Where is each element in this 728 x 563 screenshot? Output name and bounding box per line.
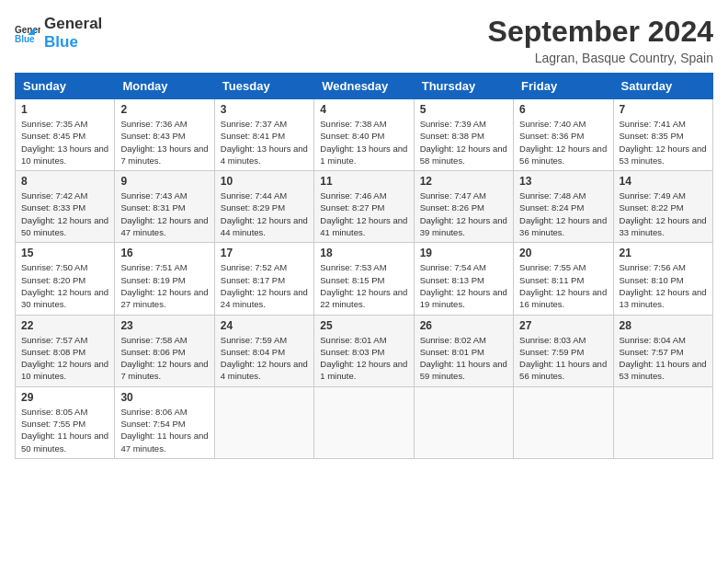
cell-content: Sunrise: 7:36 AMSunset: 8:43 PMDaylight:… xyxy=(120,118,208,167)
calendar-cell: 5Sunrise: 7:39 AMSunset: 8:38 PMDaylight… xyxy=(414,99,513,171)
day-number: 26 xyxy=(420,319,507,332)
day-number: 19 xyxy=(420,247,507,259)
day-number: 24 xyxy=(221,319,308,332)
cell-content: Sunrise: 7:54 AMSunset: 8:13 PMDaylight:… xyxy=(420,261,507,310)
cell-content: Sunrise: 7:55 AMSunset: 8:11 PMDaylight:… xyxy=(519,261,607,310)
calendar-cell: 30Sunrise: 8:06 AMSunset: 7:54 PMDayligh… xyxy=(115,386,214,458)
cell-content: Sunrise: 7:43 AMSunset: 8:31 PMDaylight:… xyxy=(120,190,208,238)
cell-content: Sunrise: 7:44 AMSunset: 8:29 PMDaylight:… xyxy=(221,190,308,238)
calendar-cell: 17Sunrise: 7:52 AMSunset: 8:17 PMDayligh… xyxy=(214,243,313,315)
calendar-cell: 8Sunrise: 7:42 AMSunset: 8:33 PMDaylight… xyxy=(16,171,115,243)
day-number: 18 xyxy=(320,247,407,259)
day-number: 15 xyxy=(21,247,108,259)
calendar-cell: 2Sunrise: 7:36 AMSunset: 8:43 PMDaylight… xyxy=(115,99,214,171)
cell-content: Sunrise: 7:49 AMSunset: 8:22 PMDaylight:… xyxy=(620,190,707,238)
calendar-cell: 18Sunrise: 7:53 AMSunset: 8:15 PMDayligh… xyxy=(314,243,414,315)
cell-content: Sunrise: 7:57 AMSunset: 8:08 PMDaylight:… xyxy=(21,334,108,383)
calendar-cell: 16Sunrise: 7:51 AMSunset: 8:19 PMDayligh… xyxy=(115,243,214,315)
cell-content: Sunrise: 7:39 AMSunset: 8:38 PMDaylight:… xyxy=(420,118,507,167)
day-number: 9 xyxy=(120,175,208,188)
calendar-cell: 4Sunrise: 7:38 AMSunset: 8:40 PMDaylight… xyxy=(314,99,414,171)
calendar-cell xyxy=(414,386,513,458)
week-row-1: 1Sunrise: 7:35 AMSunset: 8:45 PMDaylight… xyxy=(16,99,713,171)
calendar-cell: 20Sunrise: 7:55 AMSunset: 8:11 PMDayligh… xyxy=(514,243,613,315)
calendar-cell xyxy=(214,386,313,458)
week-row-2: 8Sunrise: 7:42 AMSunset: 8:33 PMDaylight… xyxy=(16,171,713,243)
calendar-cell: 23Sunrise: 7:58 AMSunset: 8:06 PMDayligh… xyxy=(115,315,214,386)
cell-content: Sunrise: 7:53 AMSunset: 8:15 PMDaylight:… xyxy=(320,261,407,310)
col-header-wednesday: Wednesday xyxy=(314,74,414,99)
calendar-cell: 9Sunrise: 7:43 AMSunset: 8:31 PMDaylight… xyxy=(115,171,214,243)
logo-line1: General xyxy=(44,15,102,33)
day-number: 10 xyxy=(221,175,308,188)
week-row-3: 15Sunrise: 7:50 AMSunset: 8:20 PMDayligh… xyxy=(16,243,713,315)
calendar-cell: 26Sunrise: 8:02 AMSunset: 8:01 PMDayligh… xyxy=(414,315,513,386)
day-number: 28 xyxy=(620,319,707,332)
header-row: SundayMondayTuesdayWednesdayThursdayFrid… xyxy=(16,74,713,99)
cell-content: Sunrise: 7:46 AMSunset: 8:27 PMDaylight:… xyxy=(320,190,407,238)
calendar-cell: 29Sunrise: 8:05 AMSunset: 7:55 PMDayligh… xyxy=(16,386,115,458)
day-number: 13 xyxy=(519,175,607,188)
day-number: 12 xyxy=(420,175,507,188)
day-number: 14 xyxy=(620,175,707,188)
week-row-5: 29Sunrise: 8:05 AMSunset: 7:55 PMDayligh… xyxy=(16,386,713,458)
cell-content: Sunrise: 7:51 AMSunset: 8:19 PMDaylight:… xyxy=(120,261,208,310)
day-number: 20 xyxy=(519,247,607,259)
cell-content: Sunrise: 7:59 AMSunset: 8:04 PMDaylight:… xyxy=(221,334,308,383)
day-number: 2 xyxy=(120,103,208,116)
calendar-cell: 12Sunrise: 7:47 AMSunset: 8:26 PMDayligh… xyxy=(414,171,513,243)
calendar-cell: 3Sunrise: 7:37 AMSunset: 8:41 PMDaylight… xyxy=(214,99,313,171)
day-number: 4 xyxy=(320,103,407,116)
col-header-monday: Monday xyxy=(115,74,214,99)
cell-content: Sunrise: 8:04 AMSunset: 7:57 PMDaylight:… xyxy=(620,334,707,383)
logo-icon: General Blue xyxy=(15,20,40,46)
cell-content: Sunrise: 7:37 AMSunset: 8:41 PMDaylight:… xyxy=(221,118,308,167)
svg-text:Blue: Blue xyxy=(15,34,35,44)
cell-content: Sunrise: 7:50 AMSunset: 8:20 PMDaylight:… xyxy=(21,261,108,310)
calendar-cell: 13Sunrise: 7:48 AMSunset: 8:24 PMDayligh… xyxy=(514,171,613,243)
col-header-tuesday: Tuesday xyxy=(214,74,313,99)
day-number: 17 xyxy=(221,247,308,259)
day-number: 25 xyxy=(320,319,407,332)
cell-content: Sunrise: 7:56 AMSunset: 8:10 PMDaylight:… xyxy=(620,261,707,310)
calendar-cell xyxy=(613,386,712,458)
cell-content: Sunrise: 7:42 AMSunset: 8:33 PMDaylight:… xyxy=(21,190,108,238)
col-header-thursday: Thursday xyxy=(414,74,513,99)
location-subtitle: Lagran, Basque Country, Spain xyxy=(488,51,713,65)
calendar-cell: 10Sunrise: 7:44 AMSunset: 8:29 PMDayligh… xyxy=(214,171,313,243)
cell-content: Sunrise: 7:40 AMSunset: 8:36 PMDaylight:… xyxy=(519,118,607,167)
day-number: 30 xyxy=(120,391,208,404)
cell-content: Sunrise: 7:48 AMSunset: 8:24 PMDaylight:… xyxy=(519,190,607,238)
cell-content: Sunrise: 7:52 AMSunset: 8:17 PMDaylight:… xyxy=(221,261,308,310)
calendar-cell: 25Sunrise: 8:01 AMSunset: 8:03 PMDayligh… xyxy=(314,315,414,386)
calendar-cell: 11Sunrise: 7:46 AMSunset: 8:27 PMDayligh… xyxy=(314,171,414,243)
day-number: 3 xyxy=(221,103,308,116)
calendar-cell: 15Sunrise: 7:50 AMSunset: 8:20 PMDayligh… xyxy=(16,243,115,315)
day-number: 27 xyxy=(519,319,607,332)
col-header-saturday: Saturday xyxy=(613,74,712,99)
cell-content: Sunrise: 7:38 AMSunset: 8:40 PMDaylight:… xyxy=(320,118,407,167)
day-number: 5 xyxy=(420,103,507,116)
calendar-cell: 6Sunrise: 7:40 AMSunset: 8:36 PMDaylight… xyxy=(514,99,613,171)
cell-content: Sunrise: 7:58 AMSunset: 8:06 PMDaylight:… xyxy=(120,334,208,383)
cell-content: Sunrise: 8:03 AMSunset: 7:59 PMDaylight:… xyxy=(519,334,607,383)
day-number: 29 xyxy=(21,391,108,404)
calendar-cell: 24Sunrise: 7:59 AMSunset: 8:04 PMDayligh… xyxy=(214,315,313,386)
calendar-cell: 1Sunrise: 7:35 AMSunset: 8:45 PMDaylight… xyxy=(16,99,115,171)
day-number: 1 xyxy=(21,103,108,116)
calendar-cell: 27Sunrise: 8:03 AMSunset: 7:59 PMDayligh… xyxy=(514,315,613,386)
title-block: September 2024 Lagran, Basque Country, S… xyxy=(488,15,713,65)
day-number: 6 xyxy=(519,103,607,116)
day-number: 21 xyxy=(620,247,707,259)
calendar-cell: 14Sunrise: 7:49 AMSunset: 8:22 PMDayligh… xyxy=(613,171,712,243)
cell-content: Sunrise: 8:01 AMSunset: 8:03 PMDaylight:… xyxy=(320,334,407,383)
calendar-table: SundayMondayTuesdayWednesdayThursdayFrid… xyxy=(15,73,713,459)
calendar-cell xyxy=(314,386,414,458)
cell-content: Sunrise: 7:41 AMSunset: 8:35 PMDaylight:… xyxy=(620,118,707,167)
calendar-cell: 28Sunrise: 8:04 AMSunset: 7:57 PMDayligh… xyxy=(613,315,712,386)
calendar-cell xyxy=(514,386,613,458)
cell-content: Sunrise: 8:02 AMSunset: 8:01 PMDaylight:… xyxy=(420,334,507,383)
cell-content: Sunrise: 8:06 AMSunset: 7:54 PMDaylight:… xyxy=(120,406,208,454)
col-header-friday: Friday xyxy=(514,74,613,99)
day-number: 23 xyxy=(120,319,208,332)
